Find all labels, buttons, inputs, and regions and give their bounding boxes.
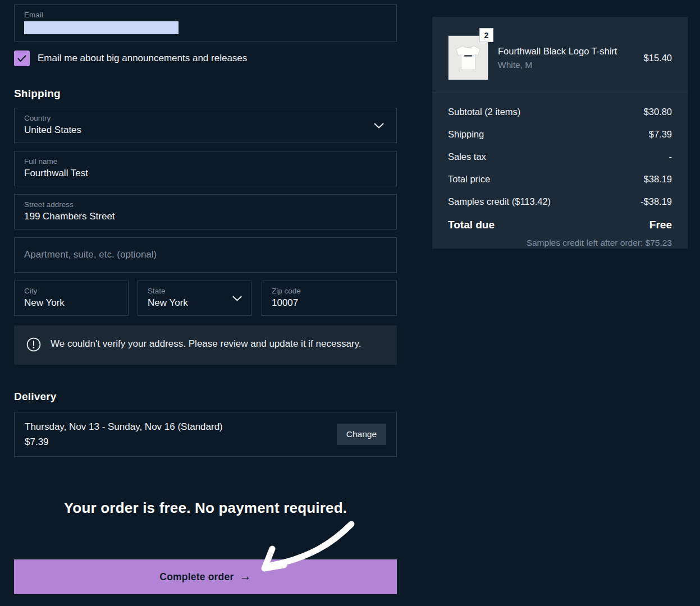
city-value: New York — [24, 297, 118, 309]
samples-credit-label: Samples credit ($113.42) — [448, 196, 551, 207]
shipping-heading: Shipping — [14, 88, 397, 100]
country-value: United States — [24, 125, 387, 136]
checkout-form: Email Email me about big announcements a… — [14, 4, 397, 594]
country-label: Country — [24, 114, 387, 122]
street-address-label: Street address — [24, 200, 387, 209]
shipping-label: Shipping — [448, 129, 484, 140]
shipping-row: Shipping $7.39 — [448, 129, 672, 140]
email-value-redacted — [24, 21, 179, 34]
zip-field[interactable]: Zip code 10007 — [262, 281, 397, 316]
total-due-label: Total due — [448, 219, 495, 231]
street-address-value: 199 Chambers Street — [24, 211, 387, 222]
samples-credit-row: Samples credit ($113.42) -$38.19 — [448, 196, 672, 207]
delivery-option: Thursday, Nov 13 - Sunday, Nov 16 (Stand… — [14, 412, 397, 457]
newsletter-checkbox[interactable] — [14, 50, 30, 66]
complete-order-button[interactable]: Complete order → — [14, 559, 397, 594]
alert-circle-icon — [26, 337, 41, 354]
samples-credit-value: -$38.19 — [640, 196, 672, 207]
shipping-value: $7.39 — [649, 129, 672, 140]
newsletter-label: Email me about big announcements and rel… — [38, 53, 247, 64]
delivery-price: $7.39 — [25, 437, 223, 448]
product-info: Fourthwall Black Logo T-shirt White, M — [498, 46, 617, 70]
zip-value: 10007 — [272, 297, 387, 309]
product-price: $15.40 — [644, 53, 672, 63]
total-price-row: Total price $38.19 — [448, 174, 672, 185]
product-thumbnail: 2 — [448, 35, 488, 80]
credit-left-note: Samples credit left after order: $75.23 — [448, 238, 672, 248]
city-label: City — [24, 287, 118, 295]
city-state-zip-row: City New York State New York Zip code 10… — [14, 281, 397, 316]
address-warning-banner: We couldn't verify your address. Please … — [14, 325, 397, 365]
change-delivery-button[interactable]: Change — [337, 424, 386, 445]
full-name-value: Fourthwall Test — [24, 168, 387, 179]
subtotal-value: $30.80 — [644, 107, 672, 117]
newsletter-opt-in[interactable]: Email me about big announcements and rel… — [14, 50, 397, 66]
country-select[interactable]: Country United States — [14, 108, 397, 143]
state-label: State — [148, 287, 241, 295]
delivery-heading: Delivery — [14, 391, 397, 403]
complete-order-label: Complete order — [159, 571, 234, 583]
apartment-field[interactable]: Apartment, suite, etc. (optional) — [14, 237, 397, 273]
subtotal-row: Subtotal (2 items) $30.80 — [448, 107, 672, 117]
chevron-down-icon — [232, 293, 242, 304]
arrow-right-icon: → — [239, 570, 251, 583]
product-variant: White, M — [498, 60, 617, 70]
product-name: Fourthwall Black Logo T-shirt — [498, 46, 617, 57]
subtotal-label: Subtotal (2 items) — [448, 107, 520, 117]
email-label: Email — [24, 11, 387, 19]
apartment-placeholder: Apartment, suite, etc. (optional) — [24, 249, 157, 260]
total-price-value: $38.19 — [644, 174, 672, 185]
sales-tax-row: Sales tax - — [448, 152, 672, 162]
full-name-field[interactable]: Full name Fourthwall Test — [14, 151, 397, 186]
full-name-label: Full name — [24, 157, 387, 166]
check-icon — [17, 55, 26, 62]
totals-section: Subtotal (2 items) $30.80 Shipping $7.39… — [432, 93, 688, 248]
state-select[interactable]: State New York — [138, 281, 251, 316]
delivery-option-details: Thursday, Nov 13 - Sunday, Nov 16 (Stand… — [25, 421, 223, 448]
street-address-field[interactable]: Street address 199 Chambers Street — [14, 194, 397, 229]
delivery-window: Thursday, Nov 13 - Sunday, Nov 16 (Stand… — [25, 421, 223, 433]
city-field[interactable]: City New York — [14, 281, 129, 316]
quantity-badge: 2 — [479, 28, 493, 42]
email-field[interactable]: Email — [14, 4, 397, 42]
sales-tax-label: Sales tax — [448, 152, 486, 162]
cart-item: 2 Fourthwall Black Logo T-shirt White, M… — [432, 17, 688, 93]
chevron-down-icon — [374, 121, 384, 131]
free-order-notice: Your order is free. No payment required. — [14, 499, 397, 517]
state-value: New York — [148, 297, 241, 309]
total-price-label: Total price — [448, 174, 490, 185]
order-summary-card: 2 Fourthwall Black Logo T-shirt White, M… — [432, 17, 688, 249]
sales-tax-value: - — [669, 152, 672, 162]
tshirt-image — [448, 35, 488, 80]
total-due-row: Total due Free — [448, 219, 672, 231]
address-warning-text: We couldn't verify your address. Please … — [51, 336, 362, 351]
zip-label: Zip code — [272, 287, 387, 295]
total-due-value: Free — [649, 219, 672, 231]
